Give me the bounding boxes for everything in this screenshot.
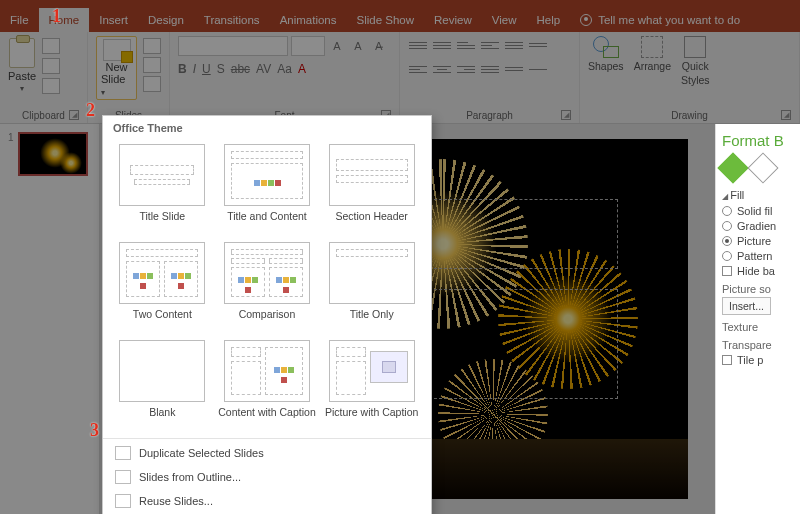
reset-button[interactable] <box>143 57 161 73</box>
step-badge-1: 1 <box>52 6 61 27</box>
layout-content-caption[interactable]: Content with Caption <box>218 340 317 430</box>
numbering-button[interactable] <box>432 36 452 54</box>
outline-icon <box>115 470 131 484</box>
solid-fill-radio[interactable]: Solid fil <box>722 205 794 217</box>
ribbon-tabstrip: File Home Insert Design Transitions Anim… <box>0 8 800 32</box>
indent-dec-button[interactable] <box>456 36 476 54</box>
align-center-button[interactable] <box>432 60 452 78</box>
new-slide-dropdown: Office Theme Title Slide Title and Conte… <box>102 115 432 514</box>
quick-styles-icon <box>684 36 706 58</box>
italic-button[interactable]: I <box>193 62 196 76</box>
font-family-select[interactable] <box>178 36 288 56</box>
text-direction-button[interactable] <box>528 36 548 54</box>
tab-file[interactable]: File <box>0 8 39 32</box>
texture-label: Texture <box>722 321 794 333</box>
tab-animations[interactable]: Animations <box>270 8 347 32</box>
tab-insert[interactable]: Insert <box>89 8 138 32</box>
group-label-drawing: Drawing◢ <box>588 108 791 121</box>
gradient-fill-radio[interactable]: Gradien <box>722 220 794 232</box>
layout-blank[interactable]: Blank <box>113 340 212 430</box>
lightbulb-icon <box>580 14 592 26</box>
shapes-button[interactable]: Shapes <box>588 36 624 72</box>
tab-review[interactable]: Review <box>424 8 482 32</box>
dialog-launcher-icon[interactable]: ◢ <box>69 110 79 120</box>
arrange-button[interactable]: Arrange <box>634 36 671 72</box>
transparency-label: Transpare <box>722 339 794 351</box>
dialog-launcher-icon[interactable]: ◢ <box>781 110 791 120</box>
layout-theme-header: Office Theme <box>103 116 431 140</box>
slide-number: 1 <box>8 132 14 143</box>
fill-section-header[interactable]: Fill <box>722 189 794 201</box>
arrange-icon <box>641 36 663 58</box>
indent-inc-button[interactable] <box>480 36 500 54</box>
columns-button[interactable] <box>504 60 524 78</box>
tab-transitions[interactable]: Transitions <box>194 8 270 32</box>
new-slide-icon <box>103 39 131 61</box>
section-button[interactable] <box>143 76 161 92</box>
tab-help[interactable]: Help <box>527 8 571 32</box>
group-label-paragraph: Paragraph◢ <box>408 108 571 121</box>
clipboard-icon <box>9 38 35 68</box>
pane-title: Format B <box>722 132 794 149</box>
step-badge-2: 2 <box>86 100 95 121</box>
decrease-font-button[interactable]: A <box>349 36 367 56</box>
group-label-clipboard: Clipboard◢ <box>8 108 79 121</box>
line-spacing-button[interactable] <box>504 36 524 54</box>
increase-font-button[interactable]: A <box>328 36 346 56</box>
paste-button[interactable]: Paste ▾ <box>8 36 36 93</box>
shadow-button[interactable]: S <box>217 62 225 76</box>
layout-section-header[interactable]: Section Header <box>322 144 421 234</box>
format-painter-button[interactable] <box>42 78 60 94</box>
char-spacing-button[interactable]: AV <box>256 62 271 76</box>
smartart-button[interactable] <box>528 60 548 78</box>
strike-button[interactable]: abc <box>231 62 250 76</box>
align-right-button[interactable] <box>456 60 476 78</box>
bullets-button[interactable] <box>408 36 428 54</box>
tab-home[interactable]: Home <box>39 8 90 32</box>
effects-tab-icon[interactable] <box>747 152 778 183</box>
layout-button[interactable] <box>143 38 161 54</box>
slides-from-outline-item[interactable]: Slides from Outline... <box>103 465 431 489</box>
layout-title-only[interactable]: Title Only <box>322 242 421 332</box>
new-slide-button[interactable]: New Slide ▾ <box>96 36 137 100</box>
reuse-icon <box>115 494 131 508</box>
step-badge-3: 3 <box>90 420 99 441</box>
duplicate-slides-item[interactable]: Duplicate Selected Slides <box>103 441 431 465</box>
fill-tab-icon[interactable] <box>717 152 748 183</box>
dialog-launcher-icon[interactable]: ◢ <box>561 110 571 120</box>
picture-source-label: Picture so <box>722 283 794 295</box>
tile-check[interactable]: Tile p <box>722 354 794 366</box>
layout-picture-caption[interactable]: Picture with Caption <box>322 340 421 430</box>
underline-button[interactable]: U <box>202 62 211 76</box>
font-size-select[interactable] <box>291 36 325 56</box>
align-left-button[interactable] <box>408 60 428 78</box>
justify-button[interactable] <box>480 60 500 78</box>
duplicate-icon <box>115 446 131 460</box>
cut-button[interactable] <box>42 38 60 54</box>
shapes-icon <box>593 36 619 58</box>
layout-comparison[interactable]: Comparison <box>218 242 317 332</box>
font-color-button[interactable]: A <box>298 62 306 76</box>
reuse-slides-item[interactable]: Reuse Slides... <box>103 489 431 513</box>
layout-two-content[interactable]: Two Content <box>113 242 212 332</box>
tell-me[interactable]: Tell me what you want to do <box>570 8 740 32</box>
layout-title-slide[interactable]: Title Slide <box>113 144 212 234</box>
slide-thumbnail-1[interactable] <box>18 132 88 176</box>
ribbon: Paste ▾ Clipboard◢ New Slide ▾ <box>0 32 800 124</box>
copy-button[interactable] <box>42 58 60 74</box>
pattern-fill-radio[interactable]: Pattern <box>722 250 794 262</box>
layout-title-content[interactable]: Title and Content <box>218 144 317 234</box>
slide-thumbnails-pane: 1 <box>0 124 100 514</box>
tab-slideshow[interactable]: Slide Show <box>347 8 425 32</box>
change-case-button[interactable]: Aa <box>277 62 292 76</box>
insert-picture-button[interactable]: Insert... <box>722 297 771 315</box>
hide-bg-check[interactable]: Hide ba <box>722 265 794 277</box>
bold-button[interactable]: B <box>178 62 187 76</box>
clear-format-button[interactable]: A̶ <box>370 36 388 56</box>
tab-view[interactable]: View <box>482 8 527 32</box>
quick-styles-button[interactable]: QuickStyles <box>681 36 710 86</box>
format-background-pane: Format B Fill Solid fil Gradien Picture … <box>715 124 800 514</box>
picture-fill-radio[interactable]: Picture <box>722 235 794 247</box>
tab-design[interactable]: Design <box>138 8 194 32</box>
